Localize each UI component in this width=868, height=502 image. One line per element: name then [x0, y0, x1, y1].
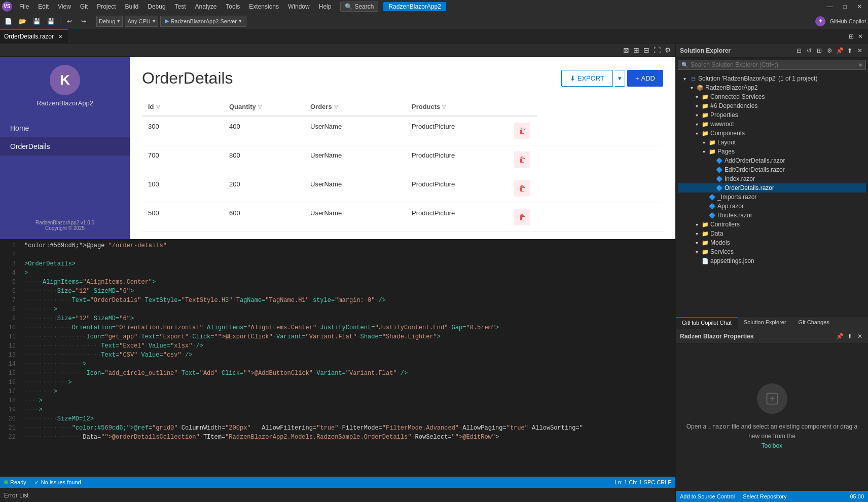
gear-icon[interactable]: ⚙ [825, 47, 834, 55]
add-button[interactable]: + ADD [627, 70, 663, 87]
menu-build[interactable]: Build [121, 2, 143, 11]
split-view-icon[interactable]: ⊞ [848, 32, 855, 41]
tree-item-wwwroot[interactable]: ▾ 📁 wwwroot [678, 120, 866, 129]
collapse-all-icon[interactable]: ⊟ [795, 47, 803, 55]
export-dropdown-button[interactable]: ▾ [615, 70, 625, 87]
filter-qty-icon[interactable]: ▽ [258, 104, 262, 109]
filter-products-icon[interactable]: ▽ [442, 104, 446, 109]
new-file-button[interactable]: 📄 [2, 15, 14, 27]
clear-search-icon[interactable]: ✕ [858, 62, 862, 68]
tree-item-routes-razor[interactable]: 🔷 Routes.razor [678, 211, 866, 220]
tree-item-services[interactable]: ▾ 📁 Services [678, 247, 866, 256]
save-all-button[interactable]: 💾 [45, 15, 57, 27]
expand-icon: ▾ [693, 221, 700, 228]
tree-item-project[interactable]: ▾ 📦 RadzenBlazorApp2 [678, 83, 866, 92]
menu-debug[interactable]: Debug [143, 2, 169, 11]
tree-item--imports-razor[interactable]: 🔷 _Imports.razor [678, 192, 866, 202]
debug-config-dropdown[interactable]: Debug ▾ [96, 16, 123, 27]
expand-icon[interactable]: ⬆ [846, 47, 854, 55]
tree-item-index-razor[interactable]: 🔷 Index.razor [678, 174, 866, 183]
menu-search[interactable]: 🔍 Search [340, 2, 378, 12]
tree-item-controllers[interactable]: ▾ 📁 Controllers [678, 220, 866, 229]
add-to-source-control[interactable]: Add to Source Control [680, 493, 735, 499]
table-row[interactable]: 700 800 UserName ProductPicture 🗑 [142, 145, 663, 174]
code-editor[interactable]: 12345678910111213141516171819202122 "col… [0, 239, 675, 477]
tree-item-layout[interactable]: ▾ 📁 Layout [678, 138, 866, 147]
tree-item-models[interactable]: ▾ 📁 Models [678, 238, 866, 247]
menu-file[interactable]: File [15, 2, 33, 11]
delete-row-button[interactable]: 🗑 [514, 180, 530, 197]
file-tab-orderdetails[interactable]: OrderDetails.razor ✕ [0, 29, 68, 44]
solution-search-input[interactable] [691, 61, 856, 68]
run-button[interactable]: ▶ RadzenBlazorApp2.Server ▾ [160, 16, 246, 27]
filter-id-icon[interactable]: ▽ [156, 104, 160, 109]
code-lines[interactable]: "color:#569cd6;">@page "/order-details" … [20, 239, 675, 464]
table-row[interactable]: 500 600 UserName ProductPicture 🗑 [142, 203, 663, 232]
tree-item-label: Components [710, 130, 745, 137]
tab-git-changes[interactable]: Git Changes [792, 317, 836, 329]
delete-row-button[interactable]: 🗑 [514, 151, 530, 168]
tab-solution-explorer[interactable]: Solution Explorer [738, 317, 792, 329]
redo-button[interactable]: ↪ [78, 15, 90, 27]
filter-orders-icon[interactable]: ▽ [334, 104, 338, 109]
file-tab-close-icon[interactable]: ✕ [57, 33, 64, 40]
toolbox-link[interactable]: Toolbox [762, 442, 782, 449]
tree-item-data[interactable]: ▾ 📁 Data [678, 229, 866, 238]
refresh-icon[interactable]: ↺ [805, 47, 813, 55]
platform-dropdown[interactable]: Any CPU ▾ [125, 16, 158, 27]
search-icon: 🔍 [681, 62, 689, 68]
nav-item-orderdetails[interactable]: OrderDetails [0, 137, 130, 156]
tree-item-connected-services[interactable]: ▾ 📁 Connected Services [678, 92, 866, 101]
tree-item-appsettings-json[interactable]: 📄 appsettings.json [678, 256, 866, 265]
minimize-button[interactable]: — [823, 2, 837, 11]
delete-row-button[interactable]: 🗑 [514, 209, 530, 225]
pin-icon[interactable]: 📌 [836, 47, 844, 55]
tab-github-copilot-chat[interactable]: GitHub Copilot Chat [676, 317, 738, 329]
code-view-icon[interactable]: ⊟ [642, 45, 650, 55]
tree-item-pages[interactable]: ▾ 📁 Pages [678, 147, 866, 156]
tree-item--6-dependencies[interactable]: ▾ 📁 #6 Dependencies [678, 101, 866, 110]
status-bar: Ready ✓ No issues found Ln: 1 Ch: 1 SPC … [0, 477, 675, 488]
expand-properties-icon[interactable]: ⬆ [846, 332, 854, 340]
menu-extensions[interactable]: Extensions [245, 2, 283, 11]
menu-test[interactable]: Test [171, 2, 190, 11]
table-row[interactable]: 100 200 UserName ProductPicture 🗑 [142, 174, 663, 203]
menu-help[interactable]: Help [315, 2, 336, 11]
menu-git[interactable]: Git [76, 2, 92, 11]
close-panel-icon[interactable]: ✕ [856, 47, 864, 55]
error-list[interactable]: Error List [0, 488, 675, 502]
save-button[interactable]: 💾 [30, 15, 43, 27]
tree-item-editorderdetails-razor[interactable]: 🔷 EditOrderDetails.razor [678, 165, 866, 174]
table-row[interactable]: 300 400 UserName ProductPicture 🗑 [142, 117, 663, 145]
close-panel-icon[interactable]: ✕ [857, 32, 864, 41]
close-button[interactable]: ✕ [853, 2, 866, 11]
solution-search-box[interactable]: 🔍 ✕ [678, 60, 866, 70]
full-screen-icon[interactable]: ⛶ [653, 45, 662, 55]
nav-item-home[interactable]: Home [0, 119, 130, 137]
tree-item-orderdetails-razor[interactable]: 🔷 OrderDetails.razor [678, 183, 866, 192]
menu-view[interactable]: View [54, 2, 75, 11]
nav-items: Home OrderDetails [0, 119, 130, 156]
close-properties-icon[interactable]: ✕ [856, 332, 864, 340]
split-view-icon[interactable]: ⊞ [632, 45, 640, 55]
tree-item-properties[interactable]: ▾ 📁 Properties [678, 110, 866, 120]
settings-icon[interactable]: ⚙ [664, 45, 672, 55]
menu-edit[interactable]: Edit [34, 2, 53, 11]
select-repository[interactable]: Select Repository [743, 493, 786, 499]
maximize-button[interactable]: □ [839, 2, 851, 11]
open-file-button[interactable]: 📂 [16, 15, 28, 27]
menu-tools[interactable]: Tools [222, 2, 244, 11]
undo-button[interactable]: ↩ [63, 15, 76, 27]
pin-properties-icon[interactable]: 📌 [836, 332, 844, 340]
tree-item-app-razor[interactable]: 🔷 App.razor [678, 202, 866, 211]
tree-item-addorderdetails-razor[interactable]: 🔷 AddOrderDetails.razor [678, 156, 866, 165]
tree-item-solution[interactable]: ▾ ⊟ Solution 'RadzenBlazorApp2' (1 of 1 … [678, 74, 866, 83]
menu-project[interactable]: Project [93, 2, 120, 11]
export-button[interactable]: ⬇ EXPORT [561, 70, 613, 87]
menu-window[interactable]: Window [284, 2, 314, 11]
menu-analyze[interactable]: Analyze [191, 2, 221, 11]
delete-row-button[interactable]: 🗑 [514, 123, 530, 139]
filter-icon[interactable]: ⊞ [815, 47, 823, 55]
design-view-icon[interactable]: ⊠ [622, 45, 630, 55]
tree-item-components[interactable]: ▾ 📁 Components [678, 129, 866, 138]
